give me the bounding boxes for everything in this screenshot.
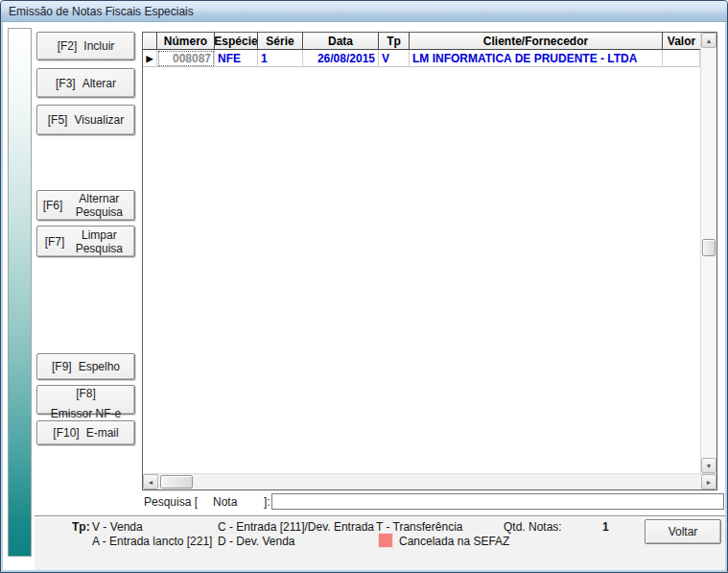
column-header-tp: Tp bbox=[379, 33, 410, 50]
visualizar-key: [F5] bbox=[48, 113, 68, 127]
scroll-right-icon[interactable]: ► bbox=[701, 474, 716, 489]
incluir-label: Incluir bbox=[83, 39, 114, 53]
legend-venda: V - Venda bbox=[92, 520, 143, 534]
legend-entrada-lancto: A - Entrada lancto [221] bbox=[92, 535, 212, 548]
cancelada-color-swatch bbox=[378, 533, 393, 548]
row-selector-cell[interactable]: ▶ bbox=[143, 50, 157, 67]
titlebar[interactable]: Emissão de Notas Fiscais Especiais bbox=[1, 1, 727, 22]
notes-grid: Número Espécie Série Data Tp Cliente/For… bbox=[142, 32, 717, 490]
alterar-button[interactable]: [F3] Alterar bbox=[36, 68, 135, 98]
search-suffix-label: ]: bbox=[264, 495, 270, 509]
row-pointer-icon: ▶ bbox=[143, 54, 156, 63]
voltar-button[interactable]: Voltar bbox=[645, 519, 721, 544]
scroll-down-icon[interactable]: ▼ bbox=[701, 458, 716, 473]
emissor-nfe-label: Emissor NF-e bbox=[51, 407, 121, 420]
column-header-data: Data bbox=[303, 33, 379, 50]
vertical-scroll-thumb[interactable] bbox=[702, 239, 716, 256]
email-label: E-mail bbox=[86, 426, 119, 440]
horizontal-scrollbar[interactable]: ◄ ► bbox=[143, 473, 716, 489]
gradient-strip bbox=[8, 28, 32, 557]
visualizar-label: Visualizar bbox=[74, 113, 124, 127]
alterar-label: Alterar bbox=[82, 77, 116, 90]
legend-entrada-211: C - Entrada [211]/Dev. Entrada bbox=[218, 520, 374, 534]
email-key: [F10] bbox=[53, 426, 79, 440]
cell-tp[interactable]: V bbox=[379, 50, 410, 67]
scroll-left-icon[interactable]: ◄ bbox=[143, 474, 158, 489]
cell-valor[interactable] bbox=[663, 50, 700, 67]
visualizar-button[interactable]: [F5] Visualizar bbox=[36, 105, 135, 135]
limpar-pesquisa-button[interactable]: [F7] Limpar Pesquisa bbox=[36, 226, 135, 257]
qtd-notas-label: Qtd. Notas: bbox=[504, 520, 562, 534]
tp-label: Tp: bbox=[72, 520, 90, 534]
column-header-cliente: Cliente/Fornecedor bbox=[410, 33, 663, 50]
selector-column-header bbox=[143, 33, 157, 50]
qtd-notas-value: 1 bbox=[602, 520, 609, 534]
footer-panel: Tp: V - Venda C - Entrada [211]/Dev. Ent… bbox=[35, 515, 725, 570]
incluir-key: [F2] bbox=[58, 39, 78, 53]
emissor-nfe-button[interactable]: [F8] Emissor NF-e bbox=[36, 385, 135, 415]
cell-cliente[interactable]: LM INFORMATICA DE PRUDENTE - LTDA bbox=[410, 50, 663, 67]
column-header-valor: Valor bbox=[663, 33, 700, 50]
cell-serie[interactable]: 1 bbox=[258, 50, 303, 67]
limpar-pesquisa-key: [F7] bbox=[45, 235, 65, 249]
column-header-serie: Série bbox=[258, 33, 303, 50]
scroll-up-icon[interactable]: ▲ bbox=[701, 33, 716, 48]
cancelada-sefaz-label: Cancelada na SEFAZ bbox=[399, 535, 509, 548]
limpar-pesquisa-label: Limpar Pesquisa bbox=[71, 228, 127, 255]
column-header-numero: Número bbox=[157, 33, 215, 50]
legend-transferencia: T - Transferência bbox=[376, 520, 462, 534]
cell-especie[interactable]: NFE bbox=[215, 50, 258, 67]
espelho-button[interactable]: [F9] Espelho bbox=[36, 353, 135, 380]
search-field-label: Nota bbox=[213, 495, 237, 509]
email-button[interactable]: [F10] E-mail bbox=[36, 420, 135, 445]
search-prefix-label: Pesquisa [ bbox=[144, 495, 198, 509]
window-title: Emissão de Notas Fiscais Especiais bbox=[9, 5, 194, 18]
alternar-pesquisa-button[interactable]: [F6] Alternar Pesquisa bbox=[36, 190, 135, 221]
grid-header-row: Número Espécie Série Data Tp Cliente/For… bbox=[143, 33, 700, 50]
table-row[interactable]: ▶ 008087 NFE 1 26/08/2015 V LM INFORMATI… bbox=[143, 50, 700, 67]
legend-dev-venda: D - Dev. Venda bbox=[218, 535, 294, 548]
horizontal-scroll-thumb[interactable] bbox=[160, 475, 193, 489]
alterar-key: [F3] bbox=[56, 77, 76, 90]
vertical-scrollbar[interactable]: ▲ ▼ bbox=[700, 33, 716, 473]
alternar-pesquisa-label: Alternar Pesquisa bbox=[69, 192, 129, 219]
alternar-pesquisa-key: [F6] bbox=[43, 199, 63, 212]
cell-numero[interactable]: 008087 bbox=[157, 50, 215, 67]
client-area: [F2] Incluir [F3] Alterar [F5] Visualiza… bbox=[3, 22, 725, 570]
column-header-especie: Espécie bbox=[215, 33, 258, 50]
espelho-label: Espelho bbox=[79, 360, 120, 373]
cell-data[interactable]: 26/08/2015 bbox=[303, 50, 379, 67]
app-window: Emissão de Notas Fiscais Especiais [F2] … bbox=[0, 0, 728, 573]
search-input[interactable] bbox=[271, 493, 724, 510]
espelho-key: [F9] bbox=[52, 360, 72, 373]
incluir-button[interactable]: [F2] Incluir bbox=[36, 32, 135, 60]
grid-empty-area bbox=[143, 67, 700, 473]
emissor-nfe-key: [F8] bbox=[76, 387, 96, 400]
